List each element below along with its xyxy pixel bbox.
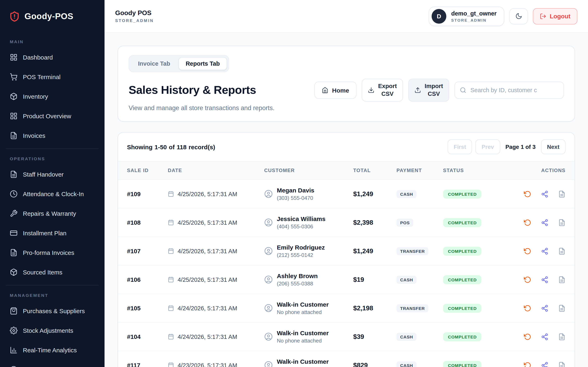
share-button[interactable] (541, 333, 548, 341)
table-row[interactable]: #117 4/23/2026, 5:17:31 AM Walk-in Custo… (118, 351, 575, 367)
column-header-actions: ACTIONS (541, 168, 566, 174)
receipt-button[interactable] (558, 276, 566, 284)
sidebar-item-product-overview[interactable]: Product Overview (6, 107, 99, 125)
table-row[interactable]: #108 4/25/2026, 5:17:31 AM Jessica Willi… (118, 209, 575, 237)
share-button[interactable] (541, 248, 548, 255)
receipt-button[interactable] (558, 305, 566, 312)
sale-date: 4/25/2026, 5:17:31 AM (168, 191, 264, 197)
summary-total: 118 (177, 143, 186, 150)
grid-icon (10, 112, 17, 120)
sidebar-item-repairs-warranty[interactable]: Repairs & Warranty (6, 204, 99, 222)
receipt-button[interactable] (558, 191, 566, 198)
user-circle-icon (264, 218, 273, 227)
sidebar-item-label: Dashboard (23, 54, 53, 60)
sidebar-item-dashboard[interactable]: Dashboard (6, 48, 99, 66)
receipt-button[interactable] (558, 248, 566, 255)
sidebar-item-pos-terminal[interactable]: POS Terminal (6, 68, 99, 86)
sidebar-item-proforma-invoices[interactable]: Pro-forma Invoices (6, 243, 99, 261)
summary-records: record(s) (189, 143, 215, 150)
import-csv-label: Import CSV (425, 82, 443, 98)
user-circle-icon (264, 361, 273, 367)
sidebar-item-customers[interactable]: Customers (6, 360, 99, 367)
sidebar-item-stock-adjustments[interactable]: Stock Adjustments (6, 321, 99, 339)
status-cell: COMPLETED (443, 332, 508, 341)
next-page-button[interactable]: Next (541, 140, 566, 154)
sale-date: 4/23/2026, 5:17:31 AM (168, 362, 264, 367)
user-role: STORE_ADMIN (451, 18, 497, 22)
table-row[interactable]: #107 4/25/2026, 5:17:31 AM Emily Rodrigu… (118, 237, 575, 266)
export-csv-button[interactable]: Export CSV (362, 79, 403, 101)
payment-cell: CASH (397, 361, 443, 367)
receipt-button[interactable] (558, 333, 566, 341)
payment-badge: CASH (397, 333, 417, 341)
logout-button[interactable]: Logout (533, 8, 577, 24)
undo-icon (524, 333, 531, 341)
column-header-sale-id: SALE ID (127, 168, 168, 174)
app-logo: Goody-POS (0, 0, 104, 33)
first-page-button[interactable]: First (448, 140, 472, 154)
search-icon (460, 87, 466, 93)
receipt-icon (558, 333, 566, 341)
share-button[interactable] (541, 305, 548, 312)
tab-invoice[interactable]: Invoice Tab (131, 57, 177, 70)
export-csv-label: Export CSV (378, 82, 397, 98)
table-row[interactable]: #106 4/25/2026, 5:17:31 AM Ashley Brown … (118, 266, 575, 294)
import-csv-button[interactable]: Import CSV (408, 79, 449, 101)
sidebar-item-attendance-clock-in[interactable]: Attendance & Clock-In (6, 185, 99, 203)
receipt-button[interactable] (558, 362, 566, 367)
refund-button[interactable] (524, 191, 531, 198)
share-button[interactable] (541, 191, 548, 198)
status-cell: COMPLETED (443, 190, 508, 199)
sidebar-item-purchases-suppliers[interactable]: Purchases & Suppliers (6, 302, 99, 320)
table-row[interactable]: #105 4/24/2026, 5:17:31 AM Walk-in Custo… (118, 294, 575, 323)
payment-badge: CASH (397, 276, 417, 284)
sidebar-item-staff-handover[interactable]: Staff Handover (6, 165, 99, 183)
refund-button[interactable] (524, 248, 531, 255)
sale-total: $2,398 (353, 219, 397, 226)
receipt-button[interactable] (558, 219, 566, 226)
column-header-customer: CUSTOMER (264, 168, 353, 174)
sale-date: 4/25/2026, 5:17:31 AM (168, 248, 264, 254)
payment-badge: TRANSFER (397, 304, 429, 312)
share-button[interactable] (541, 362, 548, 367)
user-name: demo_gt_owner (451, 10, 497, 17)
sale-id: #105 (127, 305, 168, 312)
date-text: 4/25/2026, 5:17:31 AM (178, 219, 237, 226)
user-menu[interactable]: D demo_gt_owner STORE_ADMIN (429, 6, 504, 26)
actions-cell (524, 219, 566, 226)
customer-name: Jessica Williams (277, 216, 325, 222)
sidebar-item-inventory[interactable]: Inventory (6, 87, 99, 105)
refund-button[interactable] (524, 362, 531, 367)
sidebar-item-sourced-items[interactable]: Sourced Items (6, 263, 99, 281)
refund-button[interactable] (524, 276, 531, 284)
nav-section-main: MAIN Dashboard POS Terminal Inventory Pr… (6, 35, 99, 144)
table-row[interactable]: #104 4/24/2026, 5:17:31 AM Walk-in Custo… (118, 323, 575, 351)
prev-page-button[interactable]: Prev (476, 140, 500, 154)
sidebar-item-real-time-analytics[interactable]: Real-Time Analytics (6, 341, 99, 359)
sidebar-item-installment-plan[interactable]: Installment Plan (6, 224, 99, 242)
search-box (454, 82, 564, 99)
theme-toggle-button[interactable] (509, 8, 528, 24)
payment-cell: CASH (397, 190, 443, 198)
status-cell: COMPLETED (443, 304, 508, 313)
tab-reports[interactable]: Reports Tab (178, 57, 227, 70)
search-input[interactable] (454, 82, 564, 99)
undo-icon (524, 362, 531, 367)
customer-info: Ashley Brown (206) 555-0388 (277, 273, 318, 287)
share-button[interactable] (541, 219, 548, 226)
payment-badge: POS (397, 218, 414, 227)
avatar: D (432, 9, 446, 24)
share-button[interactable] (541, 276, 548, 284)
payment-badge: TRANSFER (397, 247, 429, 255)
sidebar-item-invoices[interactable]: Invoices (6, 126, 99, 144)
home-button[interactable]: Home (315, 82, 356, 99)
refund-button[interactable] (524, 333, 531, 341)
refund-button[interactable] (524, 305, 531, 312)
payment-cell: TRANSFER (397, 247, 443, 255)
sidebar-item-label: Installment Plan (23, 229, 66, 236)
refund-button[interactable] (524, 219, 531, 226)
sale-total: $1,249 (353, 191, 397, 198)
customer-info: Walk-in Customer No phone attached (277, 301, 329, 315)
moon-icon (515, 13, 522, 20)
table-row[interactable]: #109 4/25/2026, 5:17:31 AM Megan Davis (… (118, 180, 575, 209)
